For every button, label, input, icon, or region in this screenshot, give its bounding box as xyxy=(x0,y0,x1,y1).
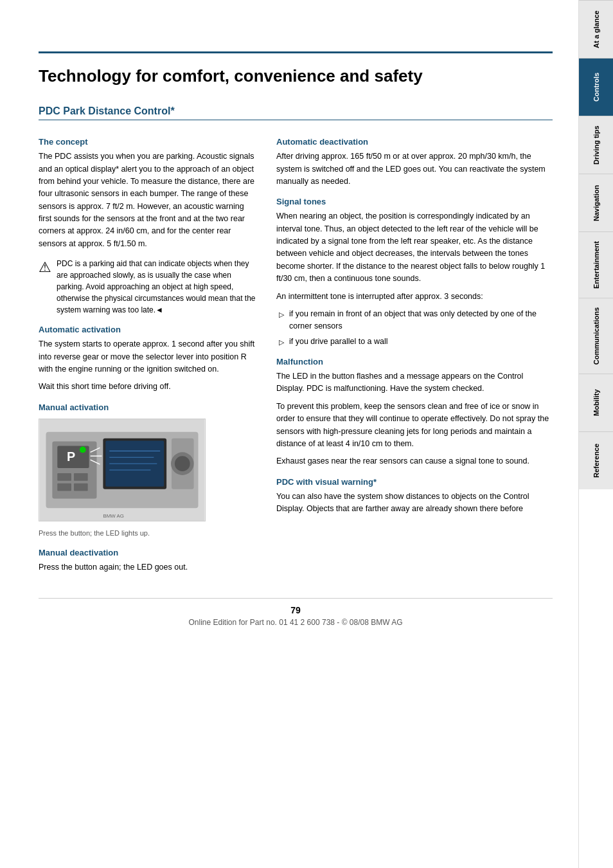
main-content: Technology for comfort, convenience and … xyxy=(0,0,578,868)
chapter-title: Technology for comfort, convenience and … xyxy=(39,51,553,86)
auto-activation-text1: The system starts to operate approx. 1 s… xyxy=(39,338,257,375)
manual-activation-heading: Manual activation xyxy=(39,402,257,412)
sidebar-tab-navigation[interactable]: Navigation xyxy=(579,174,613,231)
malfunction-heading: Malfunction xyxy=(276,357,553,366)
auto-deactivation-heading: Automatic deactivation xyxy=(276,137,553,147)
malfunction-text2: To prevent this problem, keep the sensor… xyxy=(276,401,553,451)
svg-text:BMW AG: BMW AG xyxy=(103,513,123,519)
footer: 79 Online Edition for Part no. 01 41 2 6… xyxy=(39,598,553,627)
svg-rect-9 xyxy=(57,473,71,481)
manual-deactivation-heading: Manual deactivation xyxy=(39,548,257,557)
right-column: Automatic deactivation After driving app… xyxy=(276,128,553,579)
auto-deactivation-text: After driving approx. 165 ft/50 m or at … xyxy=(276,150,553,188)
svg-point-5 xyxy=(80,446,86,453)
bullet-item-1: if you remain in front of an object that… xyxy=(276,308,553,333)
bullet-text-1: if you remain in front of an object that… xyxy=(289,308,553,333)
svg-rect-10 xyxy=(74,473,88,481)
signal-tones-text2: An intermittent tone is interrupted afte… xyxy=(276,291,553,303)
malfunction-text1: The LED in the button flashes and a mess… xyxy=(276,370,553,395)
copyright-text: Online Edition for Part no. 01 41 2 600 … xyxy=(39,618,553,627)
concept-heading: The concept xyxy=(39,137,257,147)
manual-deactivation-text: Press the button again; the LED goes out… xyxy=(39,561,257,574)
svg-rect-12 xyxy=(74,483,88,491)
bullet-text-2: if you drive parallel to a wall xyxy=(289,336,388,348)
svg-point-21 xyxy=(175,456,190,471)
sidebar-tab-communications[interactable]: Communications xyxy=(579,298,613,374)
warning-box: ⚠ PDC is a parking aid that can indicate… xyxy=(39,258,257,316)
two-column-layout: The concept The PDC assists you when you… xyxy=(39,128,553,579)
signal-tones-heading: Signal tones xyxy=(276,197,553,206)
svg-text:P: P xyxy=(67,449,75,464)
warning-icon: ⚠ xyxy=(39,259,51,276)
pdc-visual-heading: PDC with visual warning* xyxy=(276,477,553,487)
sidebar-tab-mobility[interactable]: Mobility xyxy=(579,374,613,431)
sidebar-tab-reference[interactable]: Reference xyxy=(579,431,613,489)
malfunction-text3: Exhaust gases near the rear sensors can … xyxy=(276,455,553,467)
sidebar-tab-driving-tips[interactable]: Driving tips xyxy=(579,116,613,174)
sidebar-tab-at-a-glance[interactable]: At a glance xyxy=(579,0,613,58)
sidebar: At a glance Controls Driving tips Naviga… xyxy=(578,0,613,868)
signal-tones-bullets: if you remain in front of an object that… xyxy=(276,308,553,348)
bullet-item-2: if you drive parallel to a wall xyxy=(276,336,553,348)
signal-tones-text1: When nearing an object, the position is … xyxy=(276,210,553,285)
sidebar-tab-entertainment[interactable]: Entertainment xyxy=(579,231,613,298)
sidebar-tab-controls[interactable]: Controls xyxy=(579,58,613,116)
car-image: P xyxy=(39,419,206,521)
concept-text: The PDC assists you when you are parking… xyxy=(39,150,257,250)
auto-activation-text2: Wait this short time before driving off. xyxy=(39,381,257,393)
manual-activation-caption: Press the button; the LED lights up. xyxy=(39,528,257,539)
page-number: 79 xyxy=(39,605,553,615)
svg-rect-11 xyxy=(57,483,71,491)
auto-activation-heading: Automatic activation xyxy=(39,325,257,334)
pdc-visual-text: You can also have the system show distan… xyxy=(276,491,553,516)
left-column: The concept The PDC assists you when you… xyxy=(39,128,257,579)
section-title: PDC Park Distance Control* xyxy=(39,105,553,120)
warning-text: PDC is a parking aid that can indicate o… xyxy=(57,258,257,316)
